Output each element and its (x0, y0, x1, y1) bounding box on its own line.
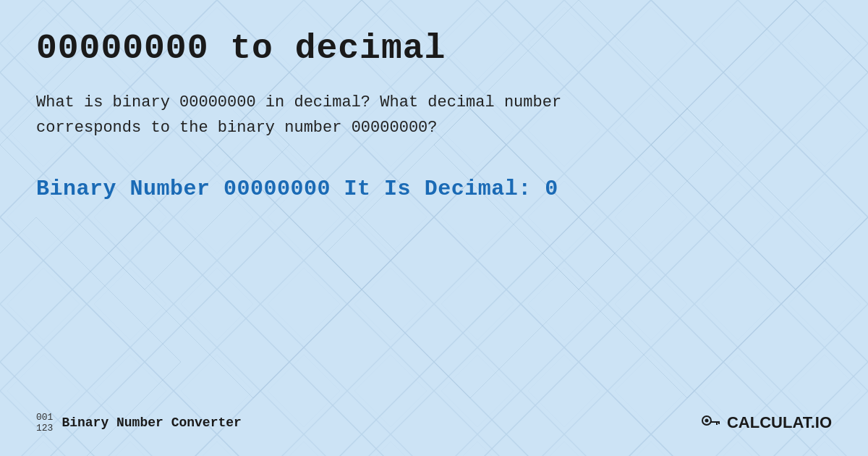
description-line1: What is binary 00000000 in decimal? What… (36, 93, 561, 111)
result-binary-value: 00000000 (224, 177, 331, 201)
description-block: What is binary 00000000 in decimal? What… (36, 90, 832, 140)
result-label: Binary Number (36, 177, 210, 201)
result-display: Binary Number 00000000 It Is Decimal: 0 (36, 177, 832, 201)
description-line2: corresponds to the binary number 0000000… (36, 119, 438, 137)
page-title: 00000000 to decimal (36, 29, 832, 68)
result-middle-text: It Is Decimal: (344, 177, 532, 201)
result-section: Binary Number 00000000 It Is Decimal: 0 (36, 177, 832, 201)
result-decimal-value: 0 (545, 177, 558, 201)
